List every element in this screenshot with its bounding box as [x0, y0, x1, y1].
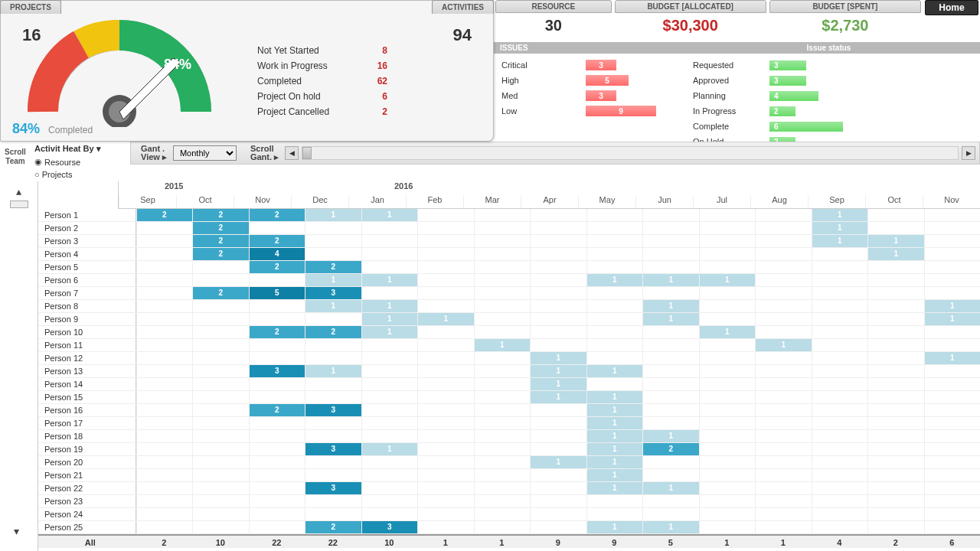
- heat-cell[interactable]: 2: [192, 248, 249, 260]
- heat-cell[interactable]: 2: [642, 443, 699, 455]
- heat-cell[interactable]: 2: [249, 235, 305, 247]
- budget-alloc-tab[interactable]: BUDGET [ALLOCATED]: [615, 0, 766, 13]
- empty-cell: [361, 222, 418, 234]
- heat-cell[interactable]: 2: [249, 326, 305, 338]
- scroll-slider[interactable]: [10, 201, 28, 208]
- heat-cell[interactable]: 1: [586, 443, 643, 455]
- scroll-gant-button[interactable]: Scroll Gant. ▸: [250, 145, 279, 161]
- heat-cell[interactable]: 1: [642, 430, 699, 442]
- gant-view-button[interactable]: Gant . View ▸: [141, 145, 167, 161]
- heat-cell[interactable]: 3: [305, 443, 361, 455]
- scroll-track[interactable]: [302, 146, 959, 160]
- empty-cell: [136, 326, 193, 338]
- heat-cell[interactable]: 2: [136, 209, 193, 221]
- heat-cell[interactable]: 1: [755, 339, 812, 351]
- activities-tab[interactable]: ACTIVITIES: [432, 0, 494, 14]
- heat-cell[interactable]: 1: [812, 222, 868, 234]
- heat-cell[interactable]: 1: [586, 521, 643, 533]
- heat-cell[interactable]: 3: [305, 404, 361, 416]
- scroll-thumb[interactable]: [302, 147, 312, 159]
- heat-cell[interactable]: 1: [642, 313, 699, 325]
- heat-cell[interactable]: 1: [586, 482, 643, 494]
- heat-cell[interactable]: 1: [305, 274, 361, 286]
- heat-cell[interactable]: 2: [192, 222, 249, 234]
- heat-cell[interactable]: 1: [586, 430, 643, 442]
- heat-cell[interactable]: 1: [305, 300, 361, 312]
- heat-cell[interactable]: 2: [192, 287, 249, 299]
- heat-cell[interactable]: 1: [417, 313, 474, 325]
- heat-cell[interactable]: 1: [586, 417, 643, 429]
- heat-cell[interactable]: 1: [924, 352, 980, 364]
- heat-cell[interactable]: 1: [361, 274, 418, 286]
- heat-cell[interactable]: 3: [361, 521, 418, 533]
- heat-cell[interactable]: 1: [361, 209, 418, 221]
- heat-cell[interactable]: 1: [586, 391, 643, 403]
- heat-cell[interactable]: 3: [249, 365, 305, 377]
- heat-cell[interactable]: 4: [249, 248, 305, 260]
- radio-resource[interactable]: ◉Resourse: [34, 157, 126, 167]
- heat-cell[interactable]: 1: [361, 326, 418, 338]
- row-label: Person 23: [38, 495, 136, 507]
- heat-cell[interactable]: 2: [249, 404, 305, 416]
- projects-tab[interactable]: PROJECTS: [0, 0, 61, 14]
- heat-cell[interactable]: 1: [305, 209, 361, 221]
- heat-cell[interactable]: 3: [305, 287, 361, 299]
- resource-tab[interactable]: RESOURCE: [495, 0, 612, 13]
- heat-cell[interactable]: 5: [249, 287, 305, 299]
- heat-cell[interactable]: 1: [642, 482, 699, 494]
- heat-cell[interactable]: 1: [642, 521, 699, 533]
- interval-select[interactable]: Monthly: [173, 145, 237, 161]
- heat-cell[interactable]: 3: [305, 482, 361, 494]
- heat-cell[interactable]: 1: [530, 352, 586, 364]
- heat-cell[interactable]: 1: [642, 274, 699, 286]
- heat-cell[interactable]: 2: [192, 209, 249, 221]
- heat-cell[interactable]: 1: [642, 300, 699, 312]
- row-label: Person 18: [38, 430, 136, 442]
- radio-projects[interactable]: ○Projects: [34, 170, 126, 179]
- empty-cell: [867, 339, 924, 351]
- empty-cell: [474, 469, 531, 481]
- heat-cell[interactable]: 1: [305, 365, 361, 377]
- heat-cell[interactable]: 1: [361, 313, 418, 325]
- heat-cell[interactable]: 1: [699, 274, 756, 286]
- heat-cell[interactable]: 1: [586, 365, 643, 377]
- heat-cell[interactable]: 1: [924, 313, 980, 325]
- empty-cell: [474, 248, 531, 260]
- empty-cell: [249, 300, 305, 312]
- budget-spent-tab[interactable]: BUDGET [SPENT]: [769, 0, 921, 13]
- scroll-down-button[interactable]: ▾: [14, 525, 19, 537]
- heat-cell[interactable]: 1: [530, 378, 586, 390]
- heat-cell[interactable]: 2: [305, 521, 361, 533]
- heat-cell[interactable]: 1: [586, 469, 643, 481]
- heat-cell[interactable]: 1: [867, 248, 924, 260]
- heat-cell[interactable]: 1: [586, 274, 643, 286]
- scroll-left-button[interactable]: ◀: [285, 146, 299, 160]
- home-button[interactable]: Home: [925, 0, 978, 15]
- scroll-up-button[interactable]: ▴: [0, 185, 38, 197]
- heat-cell[interactable]: 1: [586, 404, 643, 416]
- heat-cell[interactable]: 2: [192, 235, 249, 247]
- heat-cell[interactable]: 1: [530, 456, 586, 468]
- heat-cell[interactable]: 1: [699, 326, 756, 338]
- empty-cell: [867, 365, 924, 377]
- empty-cell: [586, 248, 643, 260]
- scroll-right-button[interactable]: ▶: [962, 146, 975, 160]
- heat-cell[interactable]: 2: [249, 261, 305, 273]
- heat-cell[interactable]: 1: [812, 235, 868, 247]
- heat-cell[interactable]: 1: [361, 300, 418, 312]
- heat-cell[interactable]: 1: [474, 339, 531, 351]
- heat-cell[interactable]: 1: [924, 300, 980, 312]
- heat-cell[interactable]: 2: [305, 326, 361, 338]
- heat-cell[interactable]: 1: [530, 365, 586, 377]
- empty-cell: [642, 417, 699, 429]
- heat-cell[interactable]: 1: [867, 235, 924, 247]
- heat-by-dropdown[interactable]: Activit Heat By ▾: [34, 144, 126, 154]
- heat-cell[interactable]: 2: [249, 209, 305, 221]
- heat-cell[interactable]: 1: [812, 209, 868, 221]
- heat-cell[interactable]: 2: [305, 261, 361, 273]
- heat-cell[interactable]: 1: [530, 391, 586, 403]
- heat-cell[interactable]: 1: [586, 456, 643, 468]
- heat-cell[interactable]: 1: [361, 443, 418, 455]
- empty-cell: [474, 417, 531, 429]
- empty-cell: [136, 469, 193, 481]
